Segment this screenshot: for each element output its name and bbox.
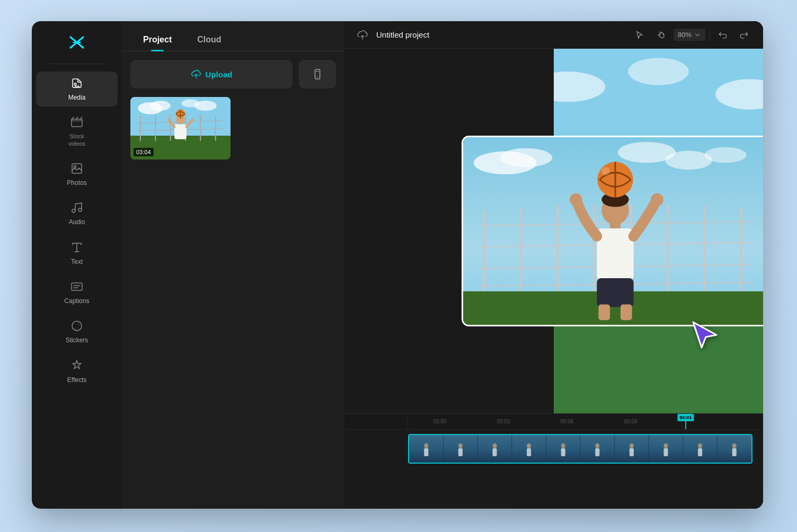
media-panel-content: Upload bbox=[122, 51, 344, 509]
svg-point-11 bbox=[317, 77, 318, 78]
media-panel: Project Cloud Upload bbox=[122, 21, 344, 509]
text-icon bbox=[70, 241, 83, 256]
svg-rect-3 bbox=[72, 119, 82, 127]
svg-rect-8 bbox=[72, 283, 82, 290]
media-thumbnail-basketball[interactable]: 03:04 bbox=[130, 97, 231, 159]
svg-point-2 bbox=[74, 83, 76, 85]
editor-area: Untitled project 80% bbox=[344, 21, 763, 509]
video-preview-container bbox=[462, 136, 763, 326]
effects-icon bbox=[70, 359, 83, 374]
sidebar-item-effects-label: Effects bbox=[67, 376, 86, 384]
sidebar-items-list: Media Stock videos bbox=[32, 70, 122, 390]
svg-rect-27 bbox=[174, 125, 187, 139]
hand-tool-button[interactable] bbox=[652, 26, 669, 43]
svg-rect-113 bbox=[732, 448, 737, 456]
undo-button[interactable] bbox=[714, 26, 731, 43]
media-grid: 03:04 bbox=[130, 97, 336, 159]
svg-point-100 bbox=[527, 444, 531, 448]
timeline-area: 00:00 00:03 00:06 00:09 06:01 bbox=[344, 413, 763, 509]
upload-buttons: Upload bbox=[130, 60, 336, 88]
svg-point-9 bbox=[72, 321, 82, 331]
track-filmstrip bbox=[408, 434, 752, 464]
svg-rect-79 bbox=[598, 305, 610, 321]
svg-point-102 bbox=[561, 444, 565, 448]
sidebar-item-text[interactable]: Text bbox=[36, 236, 118, 271]
zoom-control[interactable]: 80% bbox=[674, 29, 705, 41]
svg-rect-99 bbox=[492, 448, 497, 456]
sidebar-item-photos-label: Photos bbox=[67, 179, 86, 187]
svg-point-16 bbox=[194, 101, 217, 111]
svg-rect-4 bbox=[72, 164, 82, 173]
svg-point-112 bbox=[732, 444, 737, 448]
tab-cloud[interactable]: Cloud bbox=[187, 30, 232, 51]
ruler-mark-09: 00:09 bbox=[599, 419, 662, 424]
upload-cloud-icon bbox=[191, 69, 201, 79]
cursor-tool-button[interactable] bbox=[631, 26, 648, 43]
svg-rect-78 bbox=[597, 278, 633, 307]
sidebar-item-photos[interactable]: Photos bbox=[36, 157, 118, 192]
svg-rect-80 bbox=[621, 305, 632, 321]
svg-point-104 bbox=[595, 444, 599, 448]
sidebar-item-text-label: Text bbox=[71, 258, 83, 265]
cursor-arrow bbox=[689, 318, 721, 350]
sidebar-item-media-label: Media bbox=[68, 94, 86, 101]
svg-rect-111 bbox=[698, 448, 702, 456]
device-button[interactable] bbox=[299, 60, 336, 88]
svg-point-98 bbox=[492, 444, 497, 448]
redo-button[interactable] bbox=[736, 26, 752, 43]
sidebar-item-audio-label: Audio bbox=[69, 218, 85, 226]
timeline-ruler: 00:00 00:03 00:06 00:09 06:01 bbox=[344, 414, 763, 430]
project-title: Untitled project bbox=[376, 30, 625, 39]
svg-point-55 bbox=[500, 148, 552, 167]
svg-point-94 bbox=[424, 444, 428, 448]
stock-videos-icon bbox=[70, 116, 83, 131]
app-container: Media Stock videos bbox=[32, 21, 763, 509]
svg-rect-107 bbox=[630, 448, 634, 456]
app-logo[interactable] bbox=[64, 30, 90, 55]
device-icon bbox=[312, 68, 323, 80]
sidebar-item-stickers-label: Stickers bbox=[66, 336, 88, 344]
svg-point-76 bbox=[570, 193, 582, 206]
svg-rect-75 bbox=[597, 228, 633, 281]
sidebar-divider bbox=[50, 64, 104, 64]
ruler-mark-00: 00:00 bbox=[408, 419, 472, 424]
timeline-tracks bbox=[344, 430, 763, 464]
svg-rect-97 bbox=[458, 448, 463, 456]
media-panel-tabs: Project Cloud bbox=[122, 21, 344, 51]
top-bar-tools: 80% bbox=[631, 26, 752, 43]
sidebar-item-effects[interactable]: Effects bbox=[36, 354, 118, 389]
svg-point-106 bbox=[630, 444, 634, 448]
svg-point-96 bbox=[458, 444, 463, 448]
video-timestamp: 03:04 bbox=[134, 148, 154, 156]
svg-rect-109 bbox=[663, 448, 668, 456]
upload-cloud-topbar-button[interactable] bbox=[355, 28, 370, 42]
audio-icon bbox=[70, 201, 83, 216]
svg-point-58 bbox=[704, 147, 746, 163]
upload-button[interactable]: Upload bbox=[130, 60, 293, 88]
playhead-time-badge: 06:01 bbox=[677, 414, 694, 421]
svg-rect-105 bbox=[595, 448, 599, 456]
sidebar-item-stickers[interactable]: Stickers bbox=[36, 314, 118, 349]
video-preview[interactable] bbox=[462, 136, 763, 326]
sidebar-item-stock-videos[interactable]: Stock videos bbox=[36, 111, 118, 152]
svg-point-34 bbox=[628, 58, 689, 85]
sidebar-item-captions[interactable]: Captions bbox=[36, 275, 118, 310]
ruler-mark-06: 00:06 bbox=[535, 419, 599, 424]
top-bar: Untitled project 80% bbox=[344, 21, 763, 49]
media-icon bbox=[70, 77, 83, 92]
video-track[interactable] bbox=[408, 434, 752, 464]
tab-project[interactable]: Project bbox=[132, 30, 182, 51]
svg-point-108 bbox=[663, 444, 668, 448]
svg-rect-95 bbox=[424, 448, 428, 456]
sidebar: Media Stock videos bbox=[32, 21, 122, 509]
photos-icon bbox=[70, 162, 83, 177]
sidebar-item-audio[interactable]: Audio bbox=[36, 196, 118, 231]
svg-point-77 bbox=[651, 193, 663, 206]
svg-rect-10 bbox=[315, 69, 320, 79]
captions-icon bbox=[70, 280, 83, 295]
timeline-playhead[interactable]: 06:01 bbox=[685, 414, 686, 429]
svg-rect-103 bbox=[561, 448, 565, 456]
toolbar-divider bbox=[710, 29, 710, 41]
sidebar-item-media[interactable]: Media bbox=[36, 72, 118, 107]
upload-label: Upload bbox=[206, 70, 233, 79]
